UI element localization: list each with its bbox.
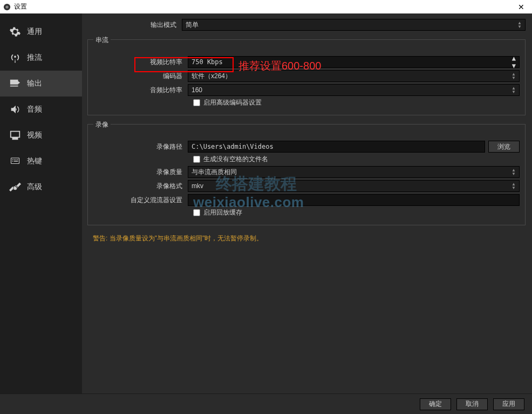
stream-group-title: 串流 (93, 36, 111, 45)
replay-buffer-label: 启用回放缓存 (203, 208, 242, 217)
video-bitrate-row: 视频比特率 750 Kbps ▲▼ (93, 56, 520, 68)
warning-text: 警告: 当录像质量设为"与串流画质相同"时，无法暂停录制。 (87, 234, 526, 243)
sidebar-item-output[interactable]: 输出 (0, 71, 82, 96)
apply-button[interactable]: 应用 (493, 398, 524, 410)
no-spaces-label: 生成没有空格的文件名 (203, 155, 268, 164)
video-bitrate-value: 750 Kbps (192, 58, 223, 66)
sidebar-item-label: 高级 (27, 182, 42, 192)
recording-quality-label: 录像质量 (93, 168, 188, 177)
browse-button[interactable]: 浏览 (488, 141, 520, 153)
cancel-button[interactable]: 取消 (456, 398, 488, 410)
muxer-label: 自定义混流器设置 (93, 196, 188, 205)
output-mode-select[interactable]: 简单 ▲▼ (182, 19, 526, 31)
broadcast-icon (9, 51, 22, 64)
recording-path-input[interactable]: C:\Users\admin\Videos (188, 141, 485, 153)
tools-icon (9, 181, 22, 194)
output-mode-row: 输出模式 简单 ▲▼ (87, 19, 526, 31)
sidebar-item-label: 音频 (27, 105, 42, 114)
sidebar: 通用 推流 输出 音频 视频 (0, 13, 82, 394)
svg-rect-5 (16, 159, 17, 160)
ok-button[interactable]: 确定 (420, 398, 451, 410)
recording-group-title: 录像 (93, 120, 111, 129)
close-button[interactable]: ✕ (514, 3, 529, 11)
encoder-row: 编码器 软件（x264） ▲▼ (93, 70, 520, 82)
sidebar-item-label: 通用 (27, 27, 42, 37)
audio-bitrate-value: 160 (192, 86, 202, 94)
sidebar-item-video[interactable]: 视频 (0, 122, 82, 148)
sidebar-item-hotkeys[interactable]: 热键 (0, 148, 82, 174)
output-mode-value: 简单 (186, 20, 199, 30)
no-spaces-checkbox[interactable] (193, 156, 200, 163)
svg-rect-8 (14, 161, 18, 162)
svg-rect-6 (17, 159, 18, 160)
stream-groupbox: 串流 视频比特率 750 Kbps ▲▼ 编码器 软件（x264） ▲▼ (87, 39, 526, 115)
recording-format-row: 录像格式 mkv ▲▼ (93, 180, 520, 192)
output-mode-label: 输出模式 (87, 20, 182, 30)
audio-bitrate-label: 音频比特率 (93, 86, 188, 95)
recording-groupbox: 录像 录像路径 C:\Users\admin\Videos 浏览 生成没有空格的… (87, 124, 526, 225)
recording-path-label: 录像路径 (93, 142, 188, 151)
recording-quality-select[interactable]: 与串流画质相同 ▲▼ (188, 166, 520, 178)
no-spaces-row: 生成没有空格的文件名 (93, 155, 520, 164)
replay-buffer-checkbox[interactable] (193, 209, 200, 216)
main-panel: 输出模式 简单 ▲▼ 串流 视频比特率 750 Kbps ▲▼ (82, 13, 532, 394)
replay-buffer-row: 启用回放缓存 (93, 208, 520, 217)
svg-point-1 (5, 5, 8, 8)
sidebar-item-label: 视频 (27, 130, 42, 140)
muxer-row: 自定义混流器设置 (93, 194, 520, 206)
svg-rect-4 (14, 159, 15, 160)
speaker-icon (9, 103, 22, 116)
audio-bitrate-select[interactable]: 160 ▲▼ (188, 84, 520, 96)
sidebar-item-general[interactable]: 通用 (0, 19, 82, 45)
video-bitrate-input[interactable]: 750 Kbps ▲▼ (188, 56, 520, 68)
video-bitrate-label: 视频比特率 (93, 58, 188, 67)
sidebar-item-label: 热键 (27, 156, 42, 166)
recording-quality-value: 与串流画质相同 (192, 168, 237, 177)
muxer-input[interactable] (188, 194, 520, 206)
encoder-value: 软件（x264） (192, 72, 231, 81)
chevron-updown-icon: ▲▼ (511, 168, 516, 176)
advanced-encoder-checkbox[interactable] (193, 99, 200, 106)
chevron-updown-icon: ▲▼ (511, 72, 516, 80)
app-icon (3, 3, 11, 11)
chevron-updown-icon: ▲▼ (517, 21, 522, 29)
window-title: 设置 (14, 2, 514, 11)
sidebar-item-label: 推流 (27, 53, 42, 63)
audio-bitrate-row: 音频比特率 160 ▲▼ (93, 84, 520, 96)
chevron-updown-icon: ▲▼ (511, 182, 516, 190)
recording-format-select[interactable]: mkv ▲▼ (188, 180, 520, 192)
sidebar-item-label: 输出 (27, 79, 42, 88)
titlebar: 设置 ✕ (0, 0, 532, 13)
encoder-label: 编码器 (93, 72, 188, 81)
sidebar-item-advanced[interactable]: 高级 (0, 174, 82, 200)
sidebar-item-audio[interactable]: 音频 (0, 96, 82, 122)
recording-format-label: 录像格式 (93, 182, 188, 191)
chevron-updown-icon: ▲▼ (511, 86, 516, 94)
monitor-icon (9, 129, 22, 142)
recording-quality-row: 录像质量 与串流画质相同 ▲▼ (93, 166, 520, 178)
recording-format-value: mkv (192, 182, 203, 190)
encoder-select[interactable]: 软件（x264） ▲▼ (188, 70, 520, 82)
monitor-arrow-icon (9, 77, 22, 90)
advanced-encoder-label: 启用高级编码器设置 (203, 98, 262, 107)
gear-icon (9, 25, 22, 38)
recording-path-value: C:\Users\admin\Videos (192, 143, 274, 150)
keyboard-icon (9, 155, 22, 168)
content-area: 通用 推流 输出 音频 视频 (0, 13, 532, 394)
sidebar-item-stream[interactable]: 推流 (0, 45, 82, 71)
svg-rect-3 (12, 159, 13, 160)
advanced-encoder-row: 启用高级编码器设置 (93, 98, 520, 107)
svg-rect-7 (12, 161, 13, 162)
spinner-icon[interactable]: ▲▼ (512, 54, 516, 70)
footer: 确定 取消 应用 (0, 394, 532, 414)
recording-path-row: 录像路径 C:\Users\admin\Videos 浏览 (93, 141, 520, 153)
